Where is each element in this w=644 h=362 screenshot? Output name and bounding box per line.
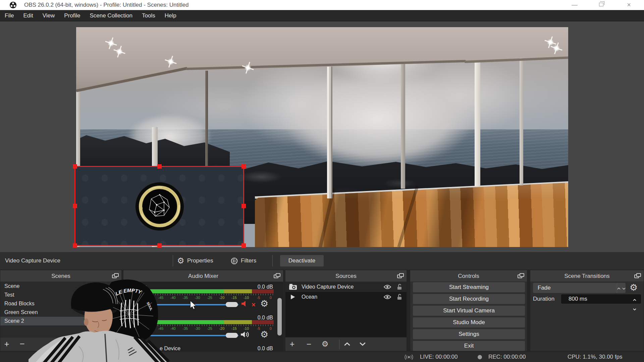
- source-row[interactable]: Video Capture Device: [285, 282, 407, 292]
- menu-item[interactable]: File: [0, 10, 18, 21]
- transition-select[interactable]: Fade: [533, 283, 626, 293]
- lock-open-icon[interactable]: [396, 284, 402, 290]
- cpu-fps-stats: CPU: 1.1%, 30.00 fps: [568, 352, 622, 362]
- control-button[interactable]: Start Virtual Camera: [413, 306, 525, 316]
- add-source-button[interactable]: +: [286, 338, 298, 351]
- channel-gear-icon[interactable]: ⚙: [260, 299, 268, 308]
- separator: [272, 255, 273, 266]
- obs-logo-icon: [9, 1, 17, 9]
- visibility-eye-icon[interactable]: [383, 284, 392, 290]
- source-label: Ocean: [302, 292, 317, 302]
- meter-tick-label: -25: [207, 326, 213, 330]
- duration-spinner[interactable]: [633, 295, 640, 303]
- menu-item[interactable]: Tools: [137, 10, 160, 21]
- transform-handle[interactable]: [73, 204, 77, 208]
- source-toolbar: Video Capture Device ⚙ Properties Filter…: [0, 252, 644, 269]
- mixer-scrollbar[interactable]: [277, 298, 282, 336]
- select-spinner[interactable]: [617, 283, 626, 293]
- meter-tick-label: -10: [243, 326, 249, 330]
- broadcast-icon: [404, 354, 414, 360]
- lock-open-icon[interactable]: [396, 294, 402, 300]
- meter-tick-label: -30: [195, 296, 201, 300]
- source-label: Video Capture Device: [302, 282, 354, 292]
- transform-handle[interactable]: [73, 243, 77, 248]
- mute-x-icon[interactable]: ×: [252, 301, 256, 308]
- menu-item[interactable]: View: [38, 10, 60, 21]
- speaker-muted-icon[interactable]: [241, 300, 250, 308]
- control-button[interactable]: Settings: [413, 329, 525, 339]
- minimize-button[interactable]: —: [567, 0, 582, 10]
- mouse-cursor: [189, 300, 197, 310]
- visibility-eye-icon[interactable]: [383, 294, 392, 300]
- transform-handle[interactable]: [241, 164, 246, 169]
- menu-item[interactable]: Help: [160, 10, 181, 21]
- menu-item[interactable]: Profile: [59, 10, 85, 21]
- chevron-up-icon: [617, 288, 621, 290]
- popout-icon[interactable]: [112, 273, 119, 279]
- popout-icon[interactable]: [397, 273, 404, 279]
- volume-slider-handle[interactable]: [226, 333, 238, 338]
- speaker-icon[interactable]: [240, 330, 250, 339]
- facecam-overlay: SMILE EMPTY SOUL: [29, 279, 171, 362]
- volume-slider-handle[interactable]: [226, 302, 238, 307]
- meter-tick-label: -15: [231, 296, 237, 300]
- transform-handle[interactable]: [73, 164, 77, 169]
- rec-status-dot: [478, 355, 482, 359]
- move-source-up-icon[interactable]: [344, 342, 351, 346]
- deactivate-button[interactable]: Deactivate: [280, 255, 324, 266]
- menu-item[interactable]: Edit: [18, 10, 38, 21]
- popout-icon[interactable]: [518, 273, 524, 279]
- restore-button[interactable]: [599, 3, 603, 6]
- duration-value: 800 ms: [569, 296, 587, 302]
- selected-source-name: Video Capture Device: [5, 252, 60, 269]
- properties-button[interactable]: Properties: [187, 252, 213, 269]
- mixer-channel-db: 0.0 dB: [258, 346, 273, 352]
- transform-handle[interactable]: [157, 164, 162, 169]
- control-button[interactable]: Start Recording: [413, 294, 525, 304]
- source-row[interactable]: Ocean: [285, 292, 407, 302]
- source-properties-gear-icon[interactable]: ⚙: [319, 338, 331, 351]
- transform-handle[interactable]: [241, 243, 246, 248]
- sources-panel: Sources Video Capture Device: [285, 270, 407, 351]
- sources-panel-title: Sources: [285, 270, 407, 282]
- separator: [173, 255, 173, 266]
- properties-gear-icon: ⚙: [177, 257, 184, 265]
- chevron-up-icon: [633, 299, 636, 301]
- meter-tick-label: -25: [207, 296, 213, 300]
- window-frame: [475, 48, 480, 186]
- controls-panel: Controls Start StreamingStart RecordingS…: [410, 270, 527, 351]
- source-logo: [135, 181, 185, 232]
- duration-input[interactable]: 800 ms: [561, 294, 641, 304]
- window-frame: [327, 59, 332, 198]
- filters-icon: [231, 257, 238, 264]
- title-bar: OBS 26.0.2 (64-bit, windows) - Profile: …: [0, 0, 644, 10]
- control-button[interactable]: Start Streaming: [413, 282, 525, 292]
- transform-handle[interactable]: [157, 243, 162, 248]
- separator: [339, 340, 339, 349]
- add-scene-button[interactable]: +: [1, 338, 12, 351]
- remove-source-button[interactable]: −: [303, 338, 315, 351]
- menu-item[interactable]: Scene Collection: [85, 10, 137, 21]
- control-button[interactable]: Studio Mode: [413, 317, 525, 327]
- transition-gear-icon[interactable]: ⚙: [630, 283, 638, 293]
- meter-tick-label: -10: [243, 296, 249, 300]
- control-button[interactable]: Exit: [413, 341, 525, 351]
- filters-button[interactable]: Filters: [241, 252, 256, 269]
- window-frame: [205, 71, 208, 169]
- meter-tick-label: -35: [182, 326, 188, 330]
- channel-gear-icon[interactable]: ⚙: [260, 330, 268, 339]
- close-button[interactable]: ×: [621, 0, 637, 10]
- meter-tick-label: -35: [182, 296, 188, 300]
- transition-selected-value: Fade: [538, 285, 551, 291]
- transform-handle[interactable]: [241, 204, 246, 208]
- source-list: Video Capture Device: [285, 282, 407, 337]
- chevron-down-icon: [633, 308, 636, 310]
- popout-icon[interactable]: [274, 273, 280, 279]
- camera-icon: [289, 284, 298, 290]
- meter-tick-label: -15: [231, 326, 237, 330]
- remove-scene-button[interactable]: −: [16, 338, 28, 351]
- chevron-down-icon: [622, 288, 626, 290]
- popout-icon[interactable]: [634, 273, 641, 279]
- move-source-down-icon[interactable]: [359, 342, 366, 346]
- selected-source-overlay[interactable]: [74, 166, 244, 246]
